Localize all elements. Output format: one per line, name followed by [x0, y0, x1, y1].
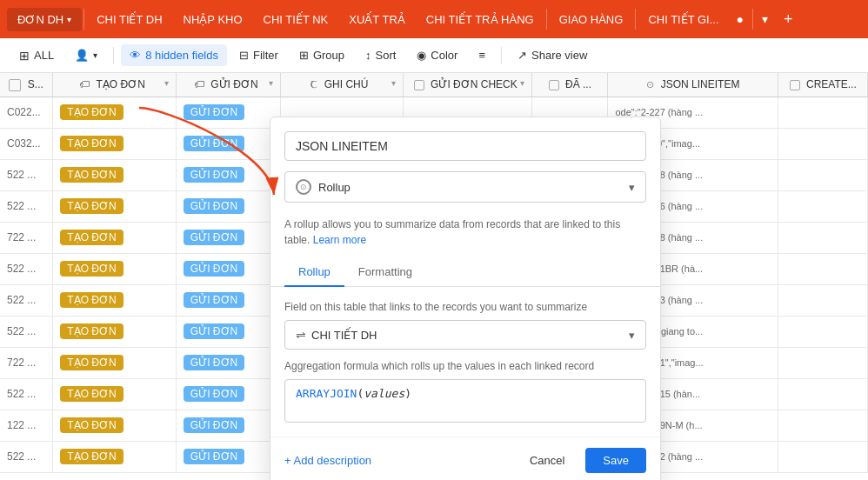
cell-tao-don: TẠO ĐƠN	[53, 284, 177, 316]
col-header-gui-don[interactable]: 🏷 GỬI ĐƠN ▾	[176, 73, 280, 97]
color-label: Color	[431, 49, 457, 62]
hidden-fields-button[interactable]: 👁 8 hidden fields	[121, 44, 227, 66]
cell-tao-don: TẠO ĐƠN	[53, 222, 177, 253]
sort-icon: ↕	[365, 49, 371, 62]
cancel-button[interactable]: Cancel	[516, 448, 578, 473]
table-container: S... 🏷 TẠO ĐƠN ▾ 🏷 GỬI ĐƠN ▾ Ꞇ GHI CHÚ ▾	[0, 73, 868, 480]
cell-create	[778, 316, 868, 347]
checkbox-icon-3	[790, 80, 800, 90]
col-menu-icon-4[interactable]: ▾	[520, 78, 524, 88]
add-table-button[interactable]: +	[775, 5, 802, 34]
view-all-button[interactable]: ⊞ ALL	[10, 44, 63, 67]
cell-s: 522 ...	[0, 190, 53, 222]
formula-argument: values	[364, 387, 404, 400]
nav-label: CHI TIẾT NK	[264, 13, 329, 26]
eye-icon: 👁	[130, 49, 141, 62]
cell-create	[778, 190, 868, 222]
nav-chevron-right-icon[interactable]: ▾	[755, 7, 775, 31]
rollup-type-icon: ⊙	[296, 179, 311, 195]
nav-item-chi-tiet-tra-hang[interactable]: CHI TIẾT TRẢ HÀNG	[416, 8, 544, 31]
col-header-s[interactable]: S...	[0, 73, 53, 97]
nav-item-chi-tiet-nk[interactable]: CHI TIẾT NK	[253, 8, 339, 31]
nav-label: CHI TIẾT DH	[97, 13, 162, 26]
cell-create	[778, 222, 868, 253]
col-header-da[interactable]: ĐÃ ...	[532, 73, 608, 97]
tab-rollup[interactable]: Rollup	[284, 258, 344, 287]
nav-more-icon[interactable]: ●	[730, 7, 751, 31]
agg-label: Aggregation formula which rolls up the v…	[284, 360, 646, 372]
cell-gui-don: GỬI ĐƠN	[176, 410, 280, 441]
link-icon: ⇌	[296, 328, 306, 342]
col-menu-icon[interactable]: ▾	[164, 78, 169, 88]
link-field-value: CHI TIẾT DH	[311, 329, 377, 342]
cell-s: 522 ...	[0, 253, 53, 284]
cell-gui-don: GỬI ĐƠN	[176, 159, 280, 190]
col-header-tao-don[interactable]: 🏷 TẠO ĐƠN ▾	[53, 73, 177, 97]
cell-s: 522 ...	[0, 159, 53, 190]
toolbar: ⊞ ALL 👤 ▾ 👁 8 hidden fields ⊟ Filter ⊞ G…	[0, 38, 868, 73]
cell-s: 722 ...	[0, 347, 53, 378]
sort-label: Sort	[376, 49, 397, 62]
field-type-selector[interactable]: ⊙ Rollup ▾	[284, 171, 646, 203]
nav-item-chi-tiet-dh[interactable]: CHI TIẾT DH	[86, 8, 172, 31]
modal-body: Field on this table that links to the re…	[270, 287, 660, 437]
formula-field[interactable]: ARRAYJOIN(values)	[284, 379, 646, 423]
nav-separator-3	[635, 9, 636, 30]
all-label: ALL	[34, 49, 54, 62]
cell-s: 522 ...	[0, 316, 53, 347]
col-header-ghi-chu[interactable]: Ꞇ GHI CHÚ ▾	[280, 73, 404, 97]
col-header-json[interactable]: ⊙ JSON LINEITEM	[608, 73, 778, 97]
col-json-label: JSON LINEITEM	[661, 78, 740, 90]
checkbox-icon	[414, 80, 424, 90]
cell-gui-don: GỬI ĐƠN	[176, 97, 280, 128]
modal-header: ⊙ Rollup ▾	[270, 117, 660, 217]
col-header-create[interactable]: CREATE...	[778, 73, 868, 97]
field-name-input[interactable]	[284, 131, 646, 161]
cell-gui-don: GỬI ĐƠN	[176, 378, 280, 410]
group-label: Group	[313, 49, 344, 62]
group-icon: ⊞	[299, 49, 309, 62]
color-button[interactable]: ◉ Color	[408, 44, 466, 66]
toolbar-separator-2	[501, 47, 502, 64]
cell-create	[778, 97, 868, 128]
cell-create	[778, 378, 868, 410]
type-label: Rollup	[318, 181, 351, 194]
select-all-checkbox[interactable]	[9, 79, 21, 91]
col-check-label: GỬI ĐƠN CHECK	[431, 78, 517, 90]
link-chevron-icon: ▾	[629, 329, 635, 342]
filter-icon: ⊟	[239, 49, 249, 62]
nav-item-chi-tiet-gi[interactable]: CHI TIẾT GI...	[638, 8, 729, 31]
nav-item-xuat-tra[interactable]: XUẤT TRẢ	[338, 8, 415, 31]
col-menu-icon-2[interactable]: ▾	[269, 78, 273, 88]
nav-item-giao-hang[interactable]: GIAO HÀNG	[549, 8, 634, 31]
user-filter-button[interactable]: 👤 ▾	[66, 44, 106, 66]
cell-s: 722 ...	[0, 222, 53, 253]
learn-more-link[interactable]: Learn more	[313, 234, 366, 246]
hidden-fields-label: 8 hidden fields	[145, 49, 218, 62]
nav-item-don-dh[interactable]: ĐƠN DH ▾	[7, 8, 82, 31]
nav-item-nhap-kho[interactable]: NHẬP KHO	[173, 8, 253, 31]
save-button[interactable]: Save	[585, 448, 646, 473]
share-view-button[interactable]: ↗ Share view	[509, 44, 596, 66]
nav-label: XUẤT TRẢ	[349, 13, 404, 26]
cell-s: 522 ...	[0, 441, 53, 472]
link-field-selector[interactable]: ⇌ CHI TIẾT DH ▾	[284, 320, 646, 350]
cell-s: C022...	[0, 97, 53, 128]
cell-s: 522 ...	[0, 378, 53, 410]
add-description-button[interactable]: + Add description	[284, 454, 371, 467]
tab-formatting[interactable]: Formatting	[344, 258, 426, 287]
col-header-gui-check[interactable]: GỬI ĐƠN CHECK ▾	[404, 73, 532, 97]
row-height-button[interactable]: ≡	[470, 44, 494, 66]
cell-tao-don: TẠO ĐƠN	[53, 190, 177, 222]
sort-button[interactable]: ↕ Sort	[357, 44, 404, 66]
cell-s: 122 ...	[0, 410, 53, 441]
user-icon: 👤	[75, 49, 89, 62]
filter-button[interactable]: ⊟ Filter	[230, 44, 287, 66]
field-settings-modal: ⊙ Rollup ▾ A rollup allows you to summar…	[270, 117, 661, 480]
rollup-icon: ⊙	[646, 79, 654, 90]
link-field-label: Field on this table that links to the re…	[284, 301, 646, 313]
share-label: Share view	[531, 49, 587, 62]
col-menu-icon-3[interactable]: ▾	[391, 78, 396, 88]
group-button[interactable]: ⊞ Group	[290, 44, 353, 66]
cell-create	[778, 347, 868, 378]
